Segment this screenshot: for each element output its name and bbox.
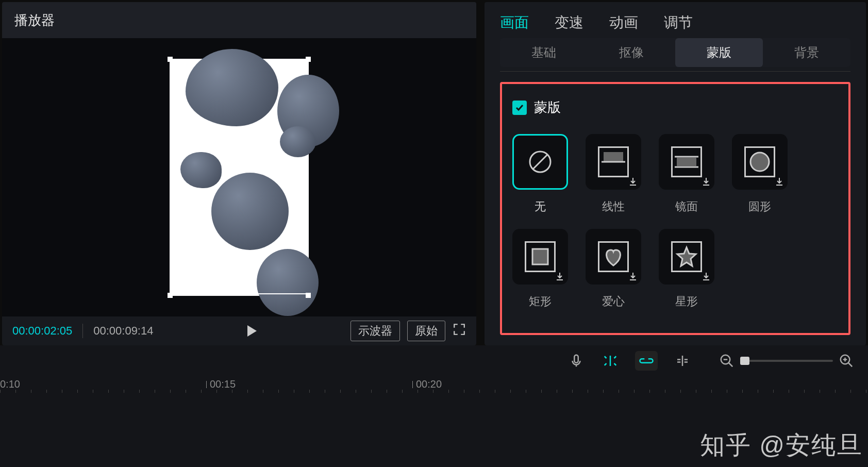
player-viewport[interactable] [2, 38, 476, 316]
ruler-mark: 0:10 [0, 378, 20, 390]
resize-handle[interactable] [168, 293, 173, 298]
resize-handle[interactable] [168, 57, 173, 62]
check-icon [515, 103, 524, 112]
subtab-background[interactable]: 背景 [763, 38, 850, 67]
mask-label: 镜面 [675, 199, 698, 214]
zoom-out-button[interactable] [717, 352, 736, 370]
mask-item-none[interactable]: 无 [512, 134, 568, 214]
play-button[interactable] [160, 325, 343, 337]
mask-label: 线性 [602, 199, 625, 214]
content-blob [180, 152, 222, 188]
split-icon [603, 353, 618, 369]
zoom-control [717, 352, 856, 370]
download-icon [555, 271, 565, 281]
content-blob [211, 173, 289, 250]
tab-picture[interactable]: 画面 [500, 13, 529, 32]
svg-line-1 [533, 155, 547, 169]
svg-rect-2 [604, 152, 623, 161]
mask-grid: 无 线性 [512, 134, 838, 309]
mask-toggle[interactable]: 蒙版 [512, 98, 838, 116]
mask-heart-icon [586, 229, 641, 285]
link-button[interactable] [635, 351, 658, 371]
svg-point-7 [750, 153, 769, 171]
divider [82, 324, 83, 338]
zoom-thumb[interactable] [740, 357, 749, 365]
mask-item-rect[interactable]: 矩形 [512, 229, 568, 309]
zoom-slider[interactable] [740, 360, 833, 362]
mask-label: 星形 [675, 294, 698, 309]
original-button[interactable]: 原始 [407, 321, 445, 341]
align-button[interactable] [673, 352, 692, 370]
player-panel: 播放器 00:00:02:05 00:00:09:1 [2, 2, 476, 345]
timeline-panel: 0:10 00:15 00:20 知乎 @安纯旦 [0, 345, 868, 467]
svg-rect-8 [532, 249, 548, 264]
subtab-basic[interactable]: 基础 [500, 38, 588, 67]
time-total: 00:00:09:14 [93, 324, 153, 338]
mask-item-star[interactable]: 星形 [659, 229, 714, 309]
mask-label: 矩形 [529, 294, 552, 309]
mask-toggle-label: 蒙版 [534, 98, 561, 116]
mask-star-icon [659, 229, 714, 285]
mask-item-circle[interactable]: 圆形 [732, 134, 788, 214]
content-blob [280, 126, 316, 157]
mask-none-icon [512, 134, 568, 190]
mic-button[interactable] [567, 352, 586, 370]
fullscreen-button[interactable] [453, 323, 466, 339]
zoom-out-icon [719, 353, 735, 369]
download-icon [628, 271, 638, 281]
mask-label: 圆形 [748, 199, 771, 214]
download-icon [701, 271, 711, 281]
zoom-in-button[interactable] [837, 352, 856, 370]
canvas-frame[interactable] [170, 59, 309, 296]
content-blob [186, 49, 278, 126]
subtab-cutout[interactable]: 抠像 [588, 38, 675, 67]
mask-item-heart[interactable]: 爱心 [586, 229, 641, 309]
microphone-icon [569, 353, 584, 369]
time-current: 00:00:02:05 [12, 324, 72, 338]
resize-handle[interactable] [306, 57, 311, 62]
mask-section: 蒙版 无 [500, 82, 850, 335]
player-title: 播放器 [2, 2, 476, 38]
svg-line-14 [848, 363, 853, 367]
zoom-in-icon [839, 353, 854, 369]
tabs-sub: 基础 抠像 蒙版 背景 [500, 38, 850, 67]
ruler-mark: 00:20 [412, 378, 442, 390]
tabs-main: 画面 变速 动画 调节 [500, 7, 850, 38]
resize-handle[interactable] [306, 293, 311, 298]
mask-rect-icon [512, 229, 568, 285]
timeline-ruler[interactable]: 0:10 00:15 00:20 [0, 376, 868, 397]
svg-rect-4 [677, 158, 696, 166]
mask-mirror-icon [659, 134, 714, 190]
mask-item-mirror[interactable]: 镜面 [659, 134, 714, 214]
play-icon [247, 325, 257, 337]
player-controls: 00:00:02:05 00:00:09:14 示波器 原始 [2, 316, 476, 345]
mask-label: 无 [535, 199, 546, 214]
mask-item-linear[interactable]: 线性 [586, 134, 641, 214]
timeline-toolbar [0, 345, 868, 376]
link-icon [639, 353, 654, 369]
inspector-panel: 画面 变速 动画 调节 基础 抠像 蒙版 背景 蒙版 [485, 2, 866, 345]
tab-animation[interactable]: 动画 [609, 13, 638, 32]
tab-speed[interactable]: 变速 [555, 13, 583, 32]
svg-rect-9 [574, 355, 578, 363]
ruler-ticks [0, 390, 868, 393]
ruler-mark: 00:15 [206, 378, 236, 390]
fullscreen-icon [453, 323, 466, 336]
mask-checkbox[interactable] [512, 101, 527, 115]
tab-adjust[interactable]: 调节 [664, 13, 693, 32]
divider [500, 71, 850, 72]
mask-linear-icon [586, 134, 641, 190]
download-icon [774, 176, 784, 187]
oscilloscope-button[interactable]: 示波器 [350, 321, 400, 341]
cut-button[interactable] [601, 352, 620, 370]
content-blob [257, 249, 319, 316]
svg-line-11 [729, 363, 733, 367]
mask-circle-icon [732, 134, 788, 190]
download-icon [701, 176, 711, 187]
mask-label: 爱心 [602, 294, 625, 309]
download-icon [628, 176, 638, 187]
watermark: 知乎 @安纯旦 [700, 429, 863, 462]
align-icon [675, 353, 690, 369]
subtab-mask[interactable]: 蒙版 [675, 38, 763, 67]
